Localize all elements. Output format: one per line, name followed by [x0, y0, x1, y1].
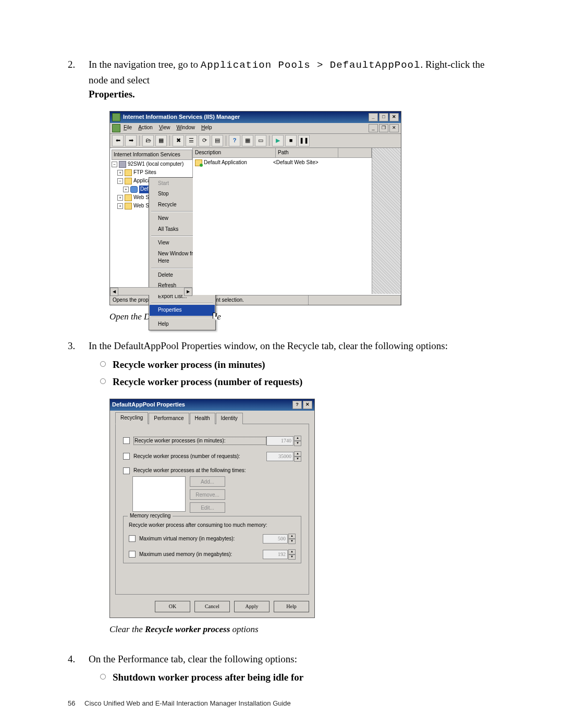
iis-title: Internet Information Services (IIS) Mana…: [123, 113, 240, 121]
node-websites[interactable]: Web Si: [133, 194, 150, 202]
lbl-max-virtual: Maximum virtual memory (in megabytes):: [139, 535, 263, 543]
tab-strip: Recycling Performance Health Identity: [115, 413, 309, 424]
footer-title: Cisco Unified Web and E-Mail Interaction…: [84, 699, 291, 707]
spin-recycle-minutes[interactable]: [266, 436, 293, 446]
folder-icon: [125, 178, 132, 184]
help-button[interactable]: Help: [274, 601, 309, 612]
explorer-button[interactable]: ▦: [242, 135, 253, 146]
step-3-text: In the DefaultAppPool Properties window,…: [89, 340, 448, 351]
play-button[interactable]: ▶: [272, 135, 284, 146]
twisty-icon[interactable]: +: [123, 187, 129, 192]
dlg-help-button[interactable]: ?: [292, 401, 302, 409]
mdi-close[interactable]: ✕: [389, 124, 399, 132]
export-button[interactable]: ▤: [212, 135, 223, 146]
step-4-num: 4.: [68, 652, 75, 667]
twisty-icon[interactable]: +: [117, 203, 123, 209]
lbl-max-used: Maximum used memory (in megabytes):: [139, 551, 263, 559]
delete-button[interactable]: ✖: [173, 135, 184, 146]
step-3-bullet-2: Recycle worker process (number of reques…: [113, 376, 302, 387]
iis-manager-window: Internet Information Services (IIS) Mana…: [109, 111, 401, 305]
resize-grip[interactable]: [372, 148, 401, 294]
chk-max-used[interactable]: [129, 551, 136, 558]
menu-file[interactable]: File: [124, 124, 132, 132]
row-path: <Default Web Site>: [273, 159, 372, 167]
back-button[interactable]: ⬅: [112, 135, 124, 146]
refresh-button[interactable]: ⟳: [199, 135, 210, 146]
menu-window[interactable]: Window: [176, 124, 195, 132]
page-footer: 56 Cisco Unified Web and E-Mail Interact…: [68, 699, 291, 707]
spin-buttons[interactable]: ▲▼: [294, 436, 301, 446]
mdi-minimize[interactable]: _: [369, 124, 378, 132]
cancel-button[interactable]: Cancel: [194, 601, 230, 612]
col-path[interactable]: Path: [276, 148, 338, 158]
menu-view[interactable]: View: [159, 124, 170, 132]
twisty-icon[interactable]: +: [117, 195, 123, 201]
mdi-restore[interactable]: ❐: [379, 124, 388, 132]
node-server[interactable]: 92SW1 (local computer): [128, 161, 183, 168]
node-ftp[interactable]: FTP Sites: [133, 169, 156, 177]
caption-2: Clear the Recycle worker process options: [109, 623, 495, 636]
step-2-num: 2.: [68, 57, 75, 72]
step-3-num: 3.: [68, 339, 75, 353]
minimize-button[interactable]: _: [369, 113, 378, 121]
memory-fieldset: Memory recycling Recycle worker process …: [123, 516, 301, 563]
ctx-properties[interactable]: Properties: [150, 305, 215, 316]
maximize-button[interactable]: □: [379, 113, 388, 121]
tree-hscroll[interactable]: ◀▶: [110, 287, 192, 295]
spin-max-used[interactable]: [263, 550, 288, 559]
chk-recycle-requests[interactable]: [123, 453, 130, 460]
stop-button[interactable]: ■: [285, 135, 297, 146]
menu-bar: File Action View Window Help _ ❐ ✕: [110, 123, 401, 134]
forward-button[interactable]: ➡: [125, 135, 137, 146]
twisty-icon[interactable]: −: [112, 162, 117, 167]
tab-health[interactable]: Health: [190, 413, 215, 424]
twisty-icon[interactable]: −: [117, 178, 123, 184]
iis-app-icon: [112, 113, 120, 121]
close-button[interactable]: ✕: [389, 113, 399, 121]
tab-page: Recycle worker processes (in minutes): ▲…: [115, 424, 309, 595]
spin-max-virtual[interactable]: [263, 534, 288, 544]
chk-recycle-times[interactable]: [123, 467, 130, 474]
dlg-title: DefaultAppPool Properties: [112, 401, 185, 409]
pause-button[interactable]: ❚❚: [298, 135, 310, 146]
memory-subtitle: Recycle worker process after consuming t…: [129, 522, 296, 529]
tab-performance[interactable]: Performance: [149, 413, 189, 424]
spin-buttons[interactable]: ▲▼: [288, 534, 296, 544]
up-button[interactable]: 🗁: [142, 135, 154, 146]
tab-recycling[interactable]: Recycling: [115, 412, 148, 424]
dlg-close-button[interactable]: ✕: [303, 401, 312, 409]
chk-max-virtual[interactable]: [129, 535, 136, 542]
nav-tree[interactable]: Internet Information Services −92SW1 (lo…: [110, 148, 193, 295]
apply-button[interactable]: Apply: [234, 601, 270, 612]
tree-header: Internet Information Services: [112, 150, 192, 161]
settings-button[interactable]: ▭: [255, 135, 266, 146]
show-hide-button[interactable]: ▦: [155, 135, 167, 146]
edit-button: Edit...: [190, 502, 225, 513]
chk-recycle-minutes[interactable]: [123, 437, 130, 444]
menu-action[interactable]: Action: [138, 124, 153, 132]
folder-icon: [125, 203, 132, 209]
col-description[interactable]: Description: [193, 148, 276, 158]
spin-buttons[interactable]: ▲▼: [288, 549, 296, 560]
ctx-help[interactable]: Help: [150, 319, 215, 330]
iis-titlebar: Internet Information Services (IIS) Mana…: [110, 112, 401, 123]
list-row[interactable]: Default Application <Default Web Site>: [193, 158, 372, 168]
toolbar: ⬅ ➡ 🗁 ▦ ✖ ☰ ⟳ ▤ ? ▦ ▭ ▶ ■ ❚❚: [110, 134, 401, 148]
spin-buttons[interactable]: ▲▼: [294, 451, 301, 462]
twisty-icon[interactable]: +: [117, 170, 123, 176]
step-2-pre: In the navigation tree, go to: [89, 59, 201, 70]
times-listbox[interactable]: [132, 476, 186, 512]
lbl-recycle-requests: Recycle worker process (number of reques…: [133, 453, 266, 461]
tab-identity[interactable]: Identity: [216, 413, 243, 424]
help-button[interactable]: ?: [229, 135, 240, 146]
list-pane: Description Path Default Application <De…: [193, 148, 372, 295]
ok-button[interactable]: OK: [155, 601, 190, 612]
properties-dialog: DefaultAppPool Properties ? ✕ Recycling …: [109, 399, 315, 618]
step-4-bullet-1: Shutdown worker process after being idle…: [113, 672, 303, 683]
col-spare: [338, 148, 372, 158]
spin-recycle-requests[interactable]: [266, 452, 293, 461]
mdi-icon: [112, 124, 120, 132]
menu-help[interactable]: Help: [201, 124, 212, 132]
properties-button[interactable]: ☰: [186, 135, 197, 146]
folder-icon: [125, 169, 132, 176]
